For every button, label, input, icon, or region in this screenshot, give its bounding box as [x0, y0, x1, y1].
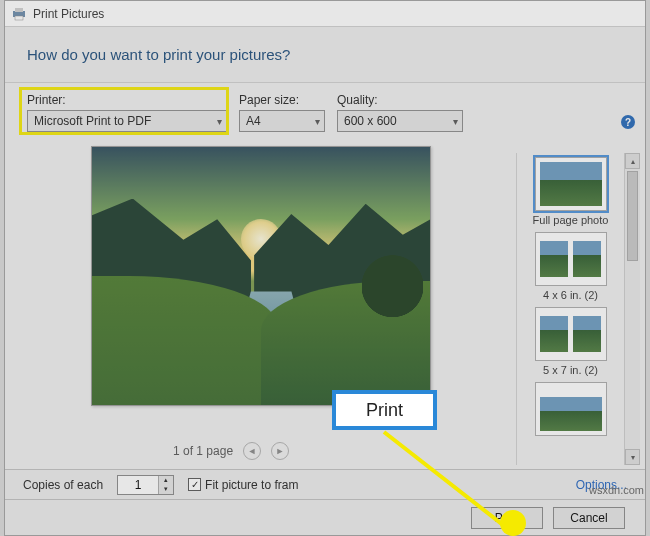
pager: 1 of 1 page ◄ ►: [173, 442, 289, 460]
prev-page-button[interactable]: ◄: [243, 442, 261, 460]
preview-image: [91, 146, 431, 406]
next-page-button[interactable]: ►: [271, 442, 289, 460]
layout-label: 4 x 6 in. (2): [543, 289, 598, 301]
header-band: How do you want to print your pictures?: [5, 27, 645, 83]
fit-picture-checkbox[interactable]: ✓ Fit picture to fram: [188, 478, 298, 492]
layout-thumb: [535, 307, 607, 361]
layout-item-4x6[interactable]: 4 x 6 in. (2): [521, 232, 620, 301]
layout-item-partial[interactable]: [521, 382, 620, 439]
fit-picture-label: Fit picture to fram: [205, 478, 298, 492]
watermark: wsxdn.com: [589, 484, 644, 496]
cancel-button[interactable]: Cancel: [553, 507, 625, 529]
options-bar: Copies of each ▴ ▾ ✓ Fit picture to fram…: [5, 469, 645, 499]
layout-thumb: [535, 232, 607, 286]
layouts-list: Full page photo 4 x 6 in. (2) 5 x 7 in. …: [516, 153, 624, 465]
scroll-down-button[interactable]: ▾: [625, 449, 640, 465]
paper-size-value: A4: [246, 114, 261, 128]
scroll-up-button[interactable]: ▴: [625, 153, 640, 169]
scroll-thumb[interactable]: [627, 171, 638, 261]
copies-input[interactable]: [118, 478, 158, 492]
layout-item-5x7[interactable]: 5 x 7 in. (2): [521, 307, 620, 376]
copies-decrement[interactable]: ▾: [159, 485, 173, 494]
titlebar: Print Pictures: [5, 1, 645, 27]
layout-item-full-page[interactable]: Full page photo: [521, 157, 620, 226]
copies-increment[interactable]: ▴: [159, 476, 173, 485]
paper-size-label: Paper size:: [239, 93, 325, 107]
chevron-down-icon: ▾: [315, 116, 320, 127]
scroll-track[interactable]: [625, 169, 640, 449]
printer-value: Microsoft Print to PDF: [34, 114, 151, 128]
printer-label: Printer:: [27, 93, 227, 107]
layout-label: 5 x 7 in. (2): [543, 364, 598, 376]
svg-rect-2: [15, 16, 23, 20]
svg-rect-1: [15, 8, 23, 12]
dialog-buttons: Print Cancel: [5, 499, 645, 535]
quality-select[interactable]: 600 x 600 ▾: [337, 110, 463, 132]
quality-value: 600 x 600: [344, 114, 397, 128]
header-question: How do you want to print your pictures?: [27, 46, 290, 63]
layout-thumb: [535, 382, 607, 436]
preview-pane: 1 of 1 page ◄ ►: [23, 142, 523, 472]
copies-spinner[interactable]: ▴ ▾: [117, 475, 174, 495]
window-title: Print Pictures: [33, 7, 104, 21]
layouts-pane: Full page photo 4 x 6 in. (2) 5 x 7 in. …: [516, 153, 640, 465]
print-pictures-dialog: Print Pictures How do you want to print …: [4, 0, 646, 536]
quality-field: Quality: 600 x 600 ▾: [337, 93, 463, 132]
printer-field: Printer: Microsoft Print to PDF ▾: [27, 93, 227, 132]
pager-text: 1 of 1 page: [173, 444, 233, 458]
paper-size-field: Paper size: A4 ▾: [239, 93, 325, 132]
layout-label: Full page photo: [533, 214, 609, 226]
chevron-down-icon: ▾: [453, 116, 458, 127]
help-icon[interactable]: ?: [621, 115, 635, 129]
quality-label: Quality:: [337, 93, 463, 107]
settings-row: Printer: Microsoft Print to PDF ▾ Paper …: [5, 83, 645, 136]
chevron-down-icon: ▾: [217, 116, 222, 127]
copies-label: Copies of each: [23, 478, 103, 492]
layouts-scrollbar[interactable]: ▴ ▾: [624, 153, 640, 465]
printer-select[interactable]: Microsoft Print to PDF ▾: [27, 110, 227, 132]
layout-thumb: [535, 157, 607, 211]
print-callout-annotation: Print: [332, 390, 437, 430]
paper-size-select[interactable]: A4 ▾: [239, 110, 325, 132]
callout-dot-annotation: [500, 510, 526, 536]
printer-icon: [11, 7, 27, 21]
checkbox-icon: ✓: [188, 478, 201, 491]
